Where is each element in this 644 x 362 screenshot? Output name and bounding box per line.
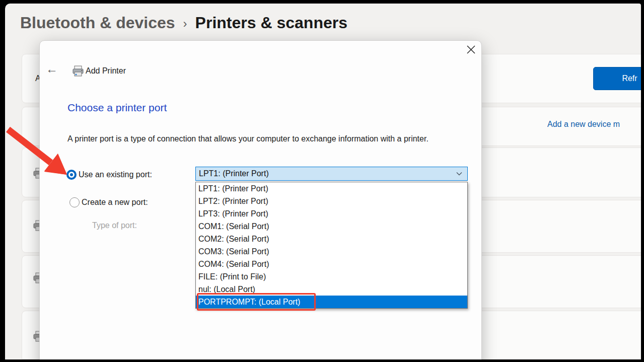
port-combobox[interactable]: LPT1: (Printer Port) <box>195 167 468 181</box>
refresh-button-label: Refr <box>622 74 637 83</box>
port-option[interactable]: COM3: (Serial Port) <box>196 245 467 258</box>
port-option[interactable]: FILE: (Print to File) <box>196 270 467 283</box>
settings-window: Bluetooth & devices › Printers & scanner… <box>5 4 641 359</box>
add-printer-dialog: ← Add Printer Choose a printer port A pr… <box>39 40 482 359</box>
port-option[interactable]: LPT3: (Printer Port) <box>196 207 467 220</box>
dialog-heading: Choose a printer port <box>67 102 167 114</box>
port-option[interactable]: LPT2: (Printer Port) <box>196 195 467 207</box>
port-combobox-value: LPT1: (Printer Port) <box>199 169 269 178</box>
back-arrow-icon: ← <box>46 62 58 76</box>
close-icon <box>467 45 475 54</box>
port-option[interactable]: PORTPROMPT: (Local Port) <box>196 296 467 308</box>
port-option[interactable]: LPT1: (Printer Port) <box>196 182 467 195</box>
port-option[interactable]: COM2: (Serial Port) <box>196 233 467 245</box>
refresh-button[interactable]: Refr <box>593 67 641 90</box>
add-device-manually-link[interactable]: Add a new device m <box>547 120 620 129</box>
port-dropdown-list: LPT1: (Printer Port)LPT2: (Printer Port)… <box>195 182 468 309</box>
radio-create-new-port[interactable] <box>69 197 80 207</box>
radio-use-existing-port-label[interactable]: Use an existing port: <box>79 170 152 179</box>
breadcrumb-parent[interactable]: Bluetooth & devices <box>20 14 175 32</box>
close-button[interactable] <box>463 42 479 57</box>
breadcrumb-separator-icon: › <box>183 16 187 31</box>
printer-icon <box>72 65 84 77</box>
breadcrumb: Bluetooth & devices › Printers & scanner… <box>20 14 347 32</box>
type-of-port-label: Type of port: <box>92 221 137 230</box>
back-button[interactable]: ← <box>46 63 58 75</box>
chevron-down-icon <box>456 172 462 176</box>
port-option[interactable]: COM1: (Serial Port) <box>196 220 467 233</box>
dialog-title: Add Printer <box>86 66 126 76</box>
dialog-description: A printer port is a type of connection t… <box>67 133 460 146</box>
radio-create-new-port-label[interactable]: Create a new port: <box>82 198 148 207</box>
radio-use-existing-port[interactable] <box>66 170 77 180</box>
port-option[interactable]: nul: (Local Port) <box>196 283 467 296</box>
port-option[interactable]: COM4: (Serial Port) <box>196 258 467 270</box>
page-title: Printers & scanners <box>195 14 347 32</box>
